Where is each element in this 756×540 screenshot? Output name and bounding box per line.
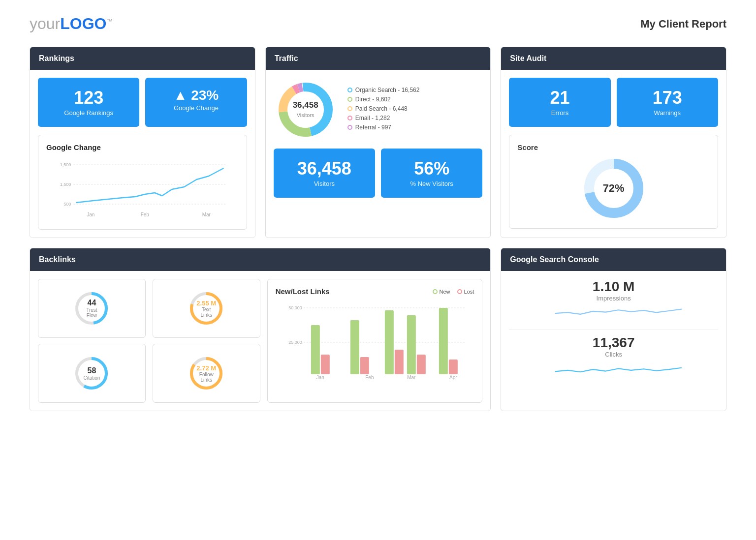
new-visitors-label: % New Visitors [410, 180, 453, 187]
follow-links-ring: 2.72 M Follow Links [187, 354, 226, 393]
visitors-label: Visitors [314, 180, 335, 187]
svg-rect-32 [350, 320, 359, 374]
direct-dot [347, 97, 352, 102]
svg-text:500: 500 [63, 202, 71, 207]
backlinks-body-outer: 44 Trust Flow 58 [30, 271, 490, 411]
text-links-ring: 2.55 M Text Links [187, 289, 226, 328]
google-change-box: ▲ 23% Google Change [145, 78, 247, 127]
svg-rect-39 [448, 360, 457, 374]
svg-rect-33 [360, 357, 369, 374]
backlinks-metrics-col1: 44 Trust Flow 58 [38, 279, 146, 403]
traffic-section: Traffic [265, 47, 491, 238]
legend-item-organic: Organic Search - 16,562 [347, 87, 420, 93]
legend-lost: Lost [457, 289, 474, 295]
bar-chart-svg: 50,000 25,000 [276, 300, 474, 384]
svg-rect-30 [311, 325, 319, 374]
google-change-chart-card: Google Change 1,500 1,500 500 [38, 135, 247, 230]
legend-item-paid: Paid Search - 6,448 [347, 105, 420, 112]
clicks-value: 11,367 [509, 335, 718, 351]
bar-legend: New Lost [433, 289, 474, 295]
referral-label: Referral - 997 [355, 124, 391, 131]
clicks-label: Clicks [509, 351, 718, 358]
organic-label: Organic Search - 16,562 [355, 87, 420, 93]
legend-new-label: New [440, 289, 450, 295]
trust-flow-ring: 44 Trust Flow [72, 289, 111, 328]
svg-text:Mar: Mar [202, 212, 211, 217]
impressions-label: Impressions [509, 295, 718, 302]
citation-label: Citation [83, 375, 100, 381]
backlinks-body: 44 Trust Flow 58 [38, 279, 482, 403]
trust-flow-center: 44 Trust Flow [82, 299, 101, 318]
site-audit-section: Site Audit 21 Errors 173 Warnings Score [501, 47, 726, 238]
legend-item-email: Email - 1,282 [347, 115, 420, 121]
trust-flow-card: 44 Trust Flow [38, 279, 146, 338]
svg-rect-37 [416, 355, 425, 374]
direct-label: Direct - 9,602 [355, 96, 391, 103]
organic-dot [347, 88, 352, 92]
email-label: Email - 1,282 [355, 115, 390, 121]
visitors-value: 36,458 [282, 158, 367, 179]
score-center: 72% [603, 182, 625, 195]
line-chart-svg: 1,500 1,500 500 Jan Feb Mar [46, 157, 239, 221]
traffic-donut-wrapper: 36,458 Visitors [274, 78, 338, 142]
paid-dot [347, 106, 352, 111]
new-lost-links-card: New/Lost Links New Lost [267, 279, 483, 403]
legend-item-referral: Referral - 997 [347, 124, 420, 131]
gsc-header: Google Search Console [501, 248, 726, 271]
impressions-sparkline [514, 305, 723, 320]
svg-text:Mar: Mar [407, 375, 416, 380]
traffic-body: 36,458 Visitors Organic Search - 16,562 … [266, 70, 491, 206]
donut-center-label: Visitors [297, 112, 315, 118]
backlinks-header: Backlinks [30, 248, 490, 271]
visitors-box: 36,458 Visitors [274, 149, 375, 198]
svg-text:Feb: Feb [141, 212, 150, 217]
email-dot [347, 116, 352, 120]
warnings-label: Warnings [654, 109, 681, 117]
text-links-center: 2.55 M Text Links [196, 300, 216, 318]
warnings-value: 173 [625, 88, 710, 108]
errors-box: 21 Errors [509, 78, 610, 127]
text-links-card: 2.55 M Text Links [153, 279, 260, 338]
clicks-sparkline [514, 361, 723, 376]
google-rankings-box: 123 Google Rankings [38, 78, 139, 127]
new-dot [433, 289, 438, 294]
google-rankings-value: 123 [46, 88, 131, 108]
score-card: Score 72% [509, 135, 718, 229]
paid-label: Paid Search - 6,448 [355, 105, 408, 112]
errors-label: Errors [551, 109, 568, 117]
logo: yourLOGO™ [30, 15, 112, 33]
warnings-box: 173 Warnings [617, 78, 718, 127]
logo-text: your [30, 15, 60, 32]
google-rankings-label: Google Rankings [64, 109, 113, 117]
line-chart-container: 1,500 1,500 500 Jan Feb Mar [46, 157, 239, 221]
logo-bold: LOGO [60, 15, 106, 32]
rankings-body: 123 Google Rankings ▲ 23% Google Change … [30, 70, 255, 238]
svg-text:1,500: 1,500 [60, 162, 71, 167]
follow-links-value: 2.72 M [196, 364, 216, 372]
google-change-value: ▲ 23% [153, 88, 239, 103]
main-grid: Rankings 123 Google Rankings ▲ 23% Googl… [30, 47, 726, 411]
bar-chart-header: New/Lost Links New Lost [276, 287, 474, 296]
score-donut-wrapper: 72% [582, 156, 646, 220]
site-audit-body: 21 Errors 173 Warnings Score [501, 70, 726, 237]
follow-links-card: 2.72 M Follow Links [153, 344, 260, 403]
rankings-stats: 123 Google Rankings ▲ 23% Google Change [38, 78, 247, 127]
citation-center: 58 Citation [83, 366, 100, 381]
citation-ring: 58 Citation [72, 354, 111, 393]
svg-text:Feb: Feb [365, 375, 374, 380]
backlinks-metrics-col2: 2.55 M Text Links 2.72 M [153, 279, 260, 403]
score-title: Score [517, 143, 710, 151]
new-visitors-value: 56% [389, 158, 474, 179]
google-change-label: Google Change [174, 104, 219, 112]
svg-text:Apr: Apr [449, 375, 457, 380]
svg-text:Jan: Jan [316, 375, 324, 380]
bar-chart-title: New/Lost Links [276, 287, 330, 296]
backlinks-section: Backlinks 44 Trust Flow [30, 248, 491, 411]
lost-dot [457, 289, 462, 294]
rankings-header: Rankings [30, 47, 255, 70]
errors-value: 21 [517, 88, 602, 108]
svg-text:50,000: 50,000 [288, 305, 302, 310]
site-audit-stats: 21 Errors 173 Warnings [509, 78, 718, 127]
traffic-header: Traffic [266, 47, 491, 70]
rankings-section: Rankings 123 Google Rankings ▲ 23% Googl… [30, 47, 255, 238]
